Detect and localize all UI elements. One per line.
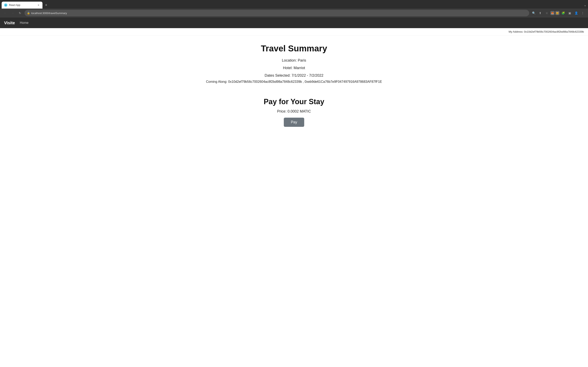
tab-title: React App [9, 4, 35, 7]
browser-actions: 🔍 ⬆ ☆ 🦊 🐱 🧩 ▣ 👤 ⋮ [531, 10, 586, 16]
tab-favicon: ⚛ [4, 3, 7, 7]
coming-along-detail: Coming Along: 0x10d2ef79b56c7002604ac8f2… [206, 80, 382, 83]
search-icon[interactable]: 🔍 [531, 10, 536, 16]
navbar-brand[interactable]: Visite [4, 21, 15, 25]
url-display: localhost:3000/travelSummary [31, 12, 527, 15]
bookmark-icon[interactable]: ☆ [544, 10, 550, 16]
extension-icon-1[interactable]: 🦊 [550, 11, 554, 15]
share-icon[interactable]: ⬆ [537, 10, 543, 16]
browser-chrome: ⚛ React App ✕ + ⌄ ← → ↻ 🔒 localhost:3000… [0, 0, 588, 17]
dates-detail: Dates Selected: 7/1/2022 - 7/2/2022 [206, 73, 382, 78]
address-bar[interactable]: 🔒 localhost:3000/travelSummary [25, 10, 529, 16]
tab-expand-icon[interactable]: ⌄ [584, 3, 586, 7]
location-detail: Location: Paris [206, 58, 382, 63]
active-tab[interactable]: ⚛ React App ✕ [2, 2, 43, 8]
travel-summary-section: Travel Summary Location: Paris Hotel: Ma… [206, 44, 382, 85]
navbar-home-link[interactable]: Home [20, 21, 29, 25]
pay-title: Pay for Your Stay [264, 98, 324, 106]
page-title: Travel Summary [206, 44, 382, 53]
pay-section: Pay for Your Stay Price: 0.0002 MATIC Pa… [264, 98, 324, 127]
price-display: Price: 0.0002 MATIC [264, 109, 324, 114]
refresh-button[interactable]: ↻ [17, 10, 23, 16]
main-content: Travel Summary Location: Paris Hotel: Ma… [0, 35, 588, 135]
tab-close-button[interactable]: ✕ [37, 3, 40, 7]
hotel-detail: Hotel: Marriot [206, 65, 382, 71]
back-button[interactable]: ← [2, 10, 8, 16]
menu-icon[interactable]: ⋮ [580, 10, 586, 16]
new-tab-button[interactable]: + [43, 2, 49, 8]
tab-bar: ⚛ React App ✕ + ⌄ [0, 0, 588, 8]
lock-icon: 🔒 [27, 12, 30, 15]
sidebar-icon[interactable]: ▣ [567, 10, 572, 16]
profile-icon[interactable]: 👤 [573, 10, 579, 16]
forward-button[interactable]: → [10, 10, 16, 16]
pay-button[interactable]: Pay [284, 118, 304, 127]
puzzle-icon[interactable]: 🧩 [560, 10, 566, 16]
address-bar-row: ← → ↻ 🔒 localhost:3000/travelSummary 🔍 ⬆… [0, 8, 588, 17]
extension-icon-2[interactable]: 🐱 [555, 11, 559, 15]
address-display: My Address: 0x10d2ef79b56c7002604ac8f2bd… [0, 28, 588, 35]
app-navbar: Visite Home [0, 17, 588, 28]
